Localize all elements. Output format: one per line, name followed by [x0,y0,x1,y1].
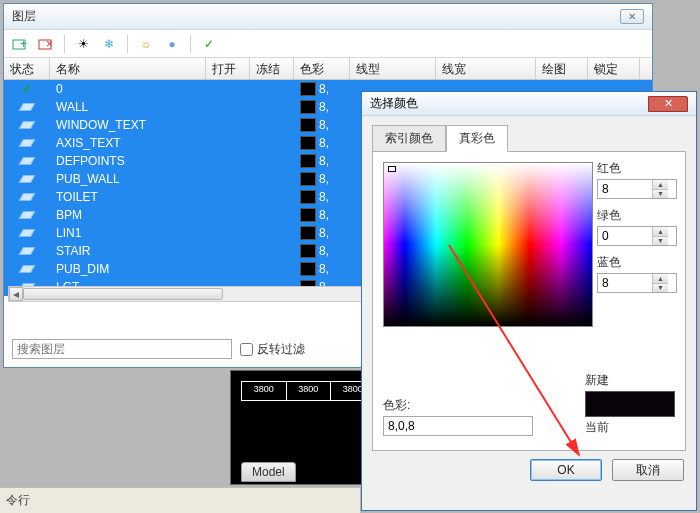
color-dialog: 选择颜色 ✕ 索引颜色 真彩色 红色 ▲▼ 绿色 ▲▼ 蓝色 ▲▼ 色彩: [361,91,697,511]
layer-icon [19,121,36,129]
layer-name: AXIS_TEXT [50,136,206,150]
layer-icon [19,157,36,165]
layer-icon [19,139,36,147]
spin-down-icon[interactable]: ▼ [653,284,668,293]
layer-icon [19,211,36,219]
bulb-on-icon[interactable]: ☼ [138,36,154,52]
delete-layer-icon[interactable]: × [38,36,54,52]
blue-spinner[interactable]: ▲▼ [597,273,677,293]
green-spinner[interactable]: ▲▼ [597,226,677,246]
color-swatch-icon[interactable] [300,136,316,150]
layer-name: STAIR [50,244,206,258]
color-swatch-icon[interactable] [300,244,316,258]
ruler-tick: 3800 [286,381,331,401]
layer-icon [19,103,36,111]
color-swatch-icon[interactable] [300,262,316,276]
spin-down-icon[interactable]: ▼ [653,237,668,246]
close-icon[interactable]: ✕ [620,9,644,24]
layers-toolbar: + × ☀ ❄ ☼ ● ✓ [4,30,652,58]
col-plot[interactable]: 绘图 [536,58,588,79]
new-label: 新建 [585,372,675,389]
color-text: 8, [319,154,329,168]
color-swatch-icon[interactable] [300,118,316,132]
search-input[interactable] [12,339,232,359]
color-swatch-icon[interactable] [300,154,316,168]
layer-icon [19,247,36,255]
layers-title: 图层 [12,8,36,25]
color-swatch-icon[interactable] [300,226,316,240]
col-color[interactable]: 色彩 [294,58,350,79]
layer-name: 0 [50,82,206,96]
svg-text:+: + [20,37,27,51]
toolbar-separator [190,35,191,53]
check-icon[interactable]: ✓ [201,36,217,52]
true-color-panel: 红色 ▲▼ 绿色 ▲▼ 蓝色 ▲▼ 色彩: 新建 当前 [372,151,686,451]
color-swatch-icon[interactable] [300,82,316,96]
color-dialog-titlebar[interactable]: 选择颜色 ✕ [362,92,696,116]
blue-label: 蓝色 [597,254,677,271]
spin-down-icon[interactable]: ▼ [653,190,668,199]
scroll-thumb[interactable] [23,288,223,300]
spin-up-icon[interactable]: ▲ [653,274,668,284]
col-status[interactable]: 状态 [4,58,50,79]
invert-filter-checkbox[interactable] [240,343,253,356]
layer-name: PUB_DIM [50,262,206,276]
col-freeze[interactable]: 冻结 [250,58,294,79]
layer-name: BPM [50,208,206,222]
check-icon [22,82,32,96]
toolbar-separator [127,35,128,53]
ok-button[interactable]: OK [530,459,602,481]
color-swatch-icon[interactable] [300,100,316,114]
red-spinner[interactable]: ▲▼ [597,179,677,199]
red-input[interactable] [598,180,652,198]
col-lock[interactable]: 锁定 [588,58,640,79]
layer-icon [19,265,36,273]
color-text: 8, [319,118,329,132]
tab-index-color[interactable]: 索引颜色 [372,125,446,152]
color-value-label: 色彩: [383,397,533,414]
color-text: 8, [319,82,329,96]
green-label: 绿色 [597,207,677,224]
spin-up-icon[interactable]: ▲ [653,227,668,237]
color-swatch [585,391,675,417]
layer-name: LIN1 [50,226,206,240]
layer-icon [19,193,36,201]
tab-true-color[interactable]: 真彩色 [446,125,508,152]
color-swatch-icon[interactable] [300,190,316,204]
col-lineweight[interactable]: 线宽 [436,58,536,79]
color-swatch-icon[interactable] [300,172,316,186]
rgb-inputs: 红色 ▲▼ 绿色 ▲▼ 蓝色 ▲▼ [597,160,677,301]
scroll-left-icon[interactable]: ◂ [9,287,23,301]
color-text: 8, [319,226,329,240]
green-input[interactable] [598,227,652,245]
bulb-off-icon[interactable]: ● [164,36,180,52]
color-text: 8, [319,244,329,258]
ruler-tick: 3800 [241,381,286,401]
invert-filter-label[interactable]: 反转过滤 [240,341,305,358]
color-text: 8, [319,172,329,186]
color-tabs: 索引颜色 真彩色 [372,124,696,151]
col-name[interactable]: 名称 [50,58,206,79]
spin-up-icon[interactable]: ▲ [653,180,668,190]
color-text: 8, [319,136,329,150]
sun-icon[interactable]: ☀ [75,36,91,52]
snowflake-icon[interactable]: ❄ [101,36,117,52]
color-text: 8, [319,208,329,222]
col-linetype[interactable]: 线型 [350,58,436,79]
color-value-input[interactable] [383,416,533,436]
color-dialog-title: 选择颜色 [370,95,418,112]
new-layer-icon[interactable]: + [12,36,28,52]
color-swatch-icon[interactable] [300,208,316,222]
blue-input[interactable] [598,274,652,292]
layer-name: DEFPOINTS [50,154,206,168]
color-preview: 新建 当前 [585,372,675,436]
red-label: 红色 [597,160,677,177]
cancel-button[interactable]: 取消 [612,459,684,481]
close-icon[interactable]: ✕ [648,96,688,112]
model-tab[interactable]: Model [241,462,296,482]
command-line[interactable]: 令行 [0,487,360,513]
color-spectrum[interactable] [383,162,593,327]
svg-text:×: × [46,37,53,51]
col-open[interactable]: 打开 [206,58,250,79]
layers-titlebar[interactable]: 图层 ✕ [4,4,652,30]
